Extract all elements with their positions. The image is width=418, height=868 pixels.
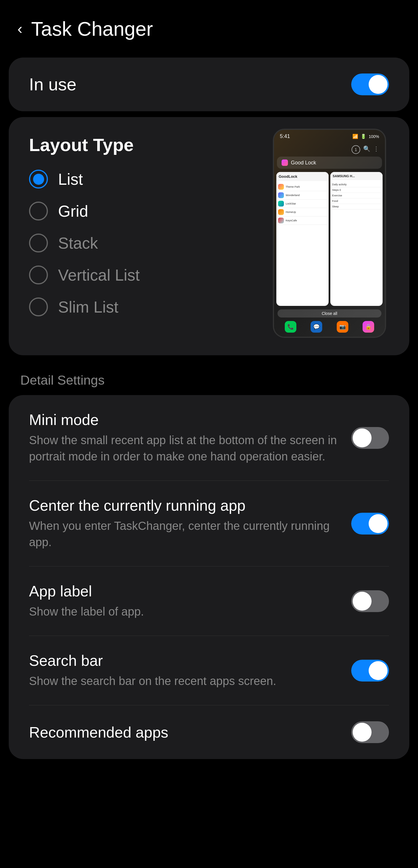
phone-card-item: Wonderland (278, 191, 327, 199)
radio-stack-label: Stack (58, 234, 98, 252)
mini-mode-desc: Show the small recent app list at the bo… (29, 432, 340, 465)
phone-preview: 5:41 📶 🔋 100% 1 🔍 ⋮ (273, 129, 389, 338)
search-bar-content: Search bar Show the search bar on the re… (29, 652, 340, 689)
close-all-button[interactable]: Close all (278, 309, 381, 317)
toggle-knob (353, 429, 372, 447)
layout-type-title: Layout Type (29, 134, 261, 155)
recommended-apps-content: Recommended apps (29, 724, 340, 741)
dock-camera-icon: 📷 (337, 321, 348, 333)
radio-option-grid[interactable]: Grid (29, 202, 261, 220)
battery-icon: 🔋 (360, 134, 366, 139)
phone-card-item: Theme Park (278, 183, 327, 191)
toggle-knob (368, 661, 388, 680)
goodlock-label: Good Lock (291, 160, 316, 166)
layout-options: Layout Type List Grid Stack Vertical Lis… (29, 134, 261, 330)
phone-card-goodlock-header: GoodLock (276, 172, 329, 181)
phone-top-icons: 1 🔍 ⋮ (274, 143, 385, 155)
phone-frame: 5:41 📶 🔋 100% 1 🔍 ⋮ (273, 129, 386, 338)
phone-card-samsung-header: SAMSUNG H... (330, 172, 383, 180)
phone-time: 5:41 (280, 133, 290, 140)
sleep-label: Sleep (332, 205, 339, 208)
phone-card-item: HomeUp (278, 208, 327, 216)
phone-status-bar: 5:41 📶 🔋 100% (274, 130, 385, 143)
radio-option-list[interactable]: List (29, 169, 261, 189)
wifi-icon: 📶 (352, 134, 358, 139)
lockstar-label: LockStar (286, 202, 296, 205)
radio-list-label: List (58, 170, 83, 189)
battery-percent: 100% (368, 134, 379, 139)
wonderland-label: Wonderland (286, 194, 299, 197)
daily-activity-label: Daily activity (332, 183, 347, 186)
radio-slim-list[interactable] (29, 298, 48, 316)
center-app-title: Center the currently running app (29, 497, 340, 514)
search-bar-desc: Show the search bar on the recent apps s… (29, 673, 340, 689)
page-title: Task Changer (31, 18, 153, 40)
radio-slim-list-label: Slim List (58, 298, 119, 316)
food-label: Food (332, 199, 338, 203)
search-bar-row: Search bar Show the search bar on the re… (9, 636, 409, 705)
recommended-apps-toggle[interactable] (351, 721, 389, 743)
header: ‹ Task Changer (0, 0, 418, 52)
dock-messages-icon: 💬 (311, 321, 322, 333)
radio-vertical-list-label: Vertical List (58, 266, 140, 284)
radio-option-vertical-list[interactable]: Vertical List (29, 266, 261, 284)
in-use-card: In use (9, 58, 409, 111)
mini-mode-row: Mini mode Show the small recent app list… (9, 395, 409, 480)
phone-card-goodlock-content: Theme Park Wonderland LockStar (276, 181, 329, 306)
lockstar-icon (278, 201, 284, 207)
mini-mode-title: Mini mode (29, 411, 340, 429)
center-app-row: Center the currently running app When yo… (9, 481, 409, 566)
steps-label: Steps 0 (332, 189, 341, 191)
search-bar-title: Search bar (29, 652, 340, 669)
toggle-knob (353, 723, 372, 742)
phone-card-item: Food (332, 198, 381, 204)
homeup-label: HomeUp (286, 211, 296, 214)
phone-dock: 📞 💬 📷 🔒 (278, 320, 381, 334)
mini-mode-toggle[interactable] (351, 427, 389, 449)
phone-card-item: Daily activity (332, 182, 381, 187)
toggle-knob (368, 75, 388, 94)
wonderland-icon (278, 192, 284, 198)
in-use-label: In use (29, 74, 76, 94)
radio-vertical-list[interactable] (29, 266, 48, 284)
recommended-apps-title: Recommended apps (29, 724, 340, 741)
app-label-title: App label (29, 583, 340, 600)
dock-phone-icon: 📞 (285, 321, 296, 333)
phone-card-item: Steps 0 (332, 187, 381, 193)
theme-park-label: Theme Park (286, 185, 300, 188)
phone-card-item: Exercise (332, 193, 381, 198)
radio-option-stack[interactable]: Stack (29, 234, 261, 252)
exercise-label: Exercise (332, 194, 342, 197)
radio-list[interactable] (29, 169, 48, 189)
layout-type-card: Layout Type List Grid Stack Vertical Lis… (9, 117, 409, 355)
center-app-toggle[interactable] (351, 513, 389, 534)
phone-goodlock-bar: Good Lock (277, 157, 382, 169)
phone-inner: 5:41 📶 🔋 100% 1 🔍 ⋮ (274, 130, 385, 337)
back-button[interactable]: ‹ (18, 21, 22, 36)
center-app-content: Center the currently running app When yo… (29, 497, 340, 550)
phone-card-item: LockStar (278, 199, 327, 208)
phone-search-icon: 🔍 (363, 145, 371, 154)
page-container: ‹ Task Changer In use Layout Type List G… (0, 0, 418, 759)
homeup-icon (278, 209, 284, 215)
phone-card-item: KeysCafe (278, 216, 327, 225)
search-bar-toggle[interactable] (351, 660, 389, 682)
app-label-toggle[interactable] (351, 590, 389, 612)
toggle-knob (353, 592, 372, 611)
toggle-knob (368, 514, 388, 533)
app-label-row: App label Show the label of app. (9, 566, 409, 636)
radio-option-slim-list[interactable]: Slim List (29, 298, 261, 316)
in-use-toggle[interactable] (351, 73, 389, 95)
app-label-content: App label Show the label of app. (29, 583, 340, 620)
dock-goodlock-icon: 🔒 (362, 321, 374, 333)
app-label-desc: Show the label of app. (29, 603, 340, 620)
keyscafe-icon (278, 218, 284, 223)
mini-mode-content: Mini mode Show the small recent app list… (29, 411, 340, 465)
phone-more-icon: ⋮ (373, 145, 379, 154)
radio-grid[interactable] (29, 202, 48, 220)
settings-card: Mini mode Show the small recent app list… (9, 395, 409, 759)
radio-grid-label: Grid (58, 202, 88, 220)
recommended-apps-row: Recommended apps (9, 705, 409, 759)
radio-stack[interactable] (29, 234, 48, 252)
goodlock-app-icon (282, 159, 288, 166)
